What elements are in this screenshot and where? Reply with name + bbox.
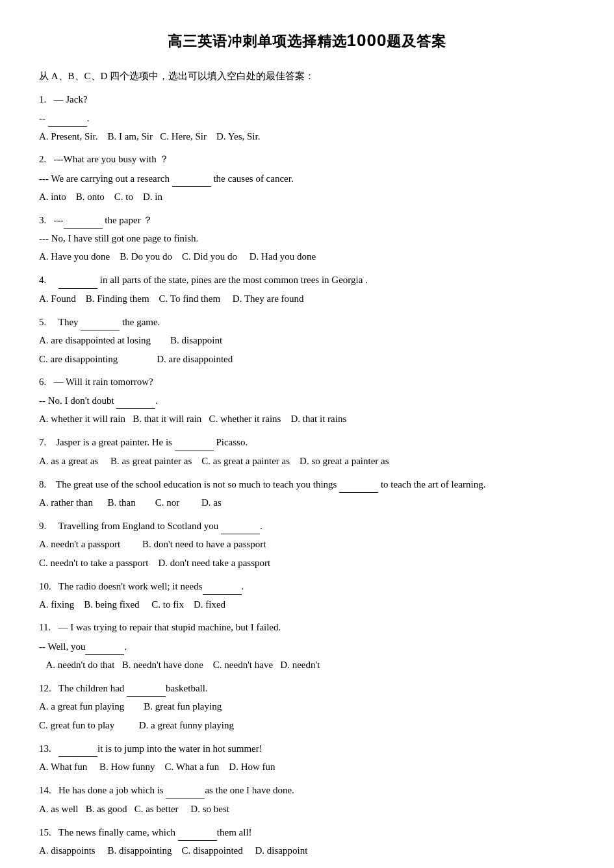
q4-num: 4. <box>39 275 46 285</box>
q5-num: 5. <box>39 317 46 327</box>
q13-stem: it is to jump into the water in hot summ… <box>58 743 262 754</box>
q9-options-b: C. needn't to take a passport D. don't n… <box>39 554 575 572</box>
q14-stem: He has done a job which is as the one I … <box>58 785 294 795</box>
question-2: 2. ---What are you busy with ？ --- We ar… <box>39 151 575 206</box>
question-1: 1. — Jack? -- . A. Present, Sir. B. I am… <box>39 91 575 146</box>
title-num: 1000 <box>347 31 387 50</box>
q8-num: 8. <box>39 479 46 490</box>
q1-num: 1. <box>39 94 46 105</box>
q3-stem: --- the paper ？ <box>54 215 153 225</box>
q8-options: A. rather than B. than C. nor D. as <box>39 494 575 512</box>
q13-num: 13. <box>39 743 51 754</box>
title-main: 高三英语冲刺单项选择精选 <box>168 33 347 49</box>
q14-options: A. as well B. as good C. as better D. so… <box>39 800 575 818</box>
q15-stem: The news finally came, which them all! <box>58 827 252 837</box>
q1-options: A. Present, Sir. B. I am, Sir C. Here, S… <box>39 128 575 145</box>
q10-options: A. fixing B. being fixed C. to fix D. fi… <box>39 596 575 614</box>
q11-num: 11. <box>39 622 51 632</box>
q1-cont: -- . <box>39 113 90 123</box>
question-10: 10. The radio doesn't work well; it need… <box>39 577 575 614</box>
q10-num: 10. <box>39 581 51 591</box>
q7-num: 7. <box>39 437 46 447</box>
title-suffix: 题及答案 <box>387 33 446 49</box>
page-title: 高三英语冲刺单项选择精选1000题及答案 <box>39 26 575 56</box>
q5-options-b: C. are disappointing D. are disappointed <box>39 351 575 368</box>
q12-options-a: A. a great fun playing B. great fun play… <box>39 698 575 715</box>
q3-options: A. Have you done B. Do you do C. Did you… <box>39 248 575 266</box>
q13-options: A. What fun B. How funny C. What a fun D… <box>39 758 575 776</box>
q3-num: 3. <box>39 215 46 225</box>
q9-options-a: A. needn't a passport B. don't need to h… <box>39 536 575 553</box>
q4-stem: in all parts of the state, pines are the… <box>58 275 368 285</box>
q2-stem: ---What are you busy with ？ <box>54 154 169 164</box>
q10-stem: The radio doesn't work well; it needs . <box>58 581 244 591</box>
q12-num: 12. <box>39 683 51 693</box>
q6-options: A. whether it will rain B. that it will … <box>39 410 575 428</box>
question-15: 15. The news finally came, which them al… <box>39 823 575 860</box>
question-3: 3. --- the paper ？ --- No, I have still … <box>39 211 575 266</box>
q1-stem: — Jack? <box>54 94 88 105</box>
q3-cont: --- No, I have still got one page to fin… <box>39 233 198 243</box>
question-4: 4. in all parts of the state, pines are … <box>39 271 575 307</box>
question-14: 14. He has done a job which is as the on… <box>39 781 575 817</box>
q2-cont: --- We are carrying out a research the c… <box>39 173 294 184</box>
q2-options: A. into B. onto C. to D. in <box>39 188 575 206</box>
q6-stem: — Will it rain tomorrow? <box>54 377 153 387</box>
instruction: 从 A、B、C、D 四个选项中，选出可以填入空白处的最佳答案： <box>39 68 575 84</box>
q11-cont: -- Well, you . <box>39 641 127 652</box>
q9-stem: Travelling from England to Scotland you … <box>58 521 262 531</box>
q15-options: A. disappoints B. disappointing C. disap… <box>39 842 575 860</box>
q11-options: A. needn't do that B. needn't have done … <box>39 656 575 674</box>
q7-stem: Jasper is a great painter. He is Picasso… <box>56 437 248 447</box>
question-5: 5. They the game. A. are disappointed at… <box>39 313 575 368</box>
question-6: 6. — Will it rain tomorrow? -- No. I don… <box>39 373 575 428</box>
q12-stem: The children had basketball. <box>58 683 208 693</box>
q8-stem: The great use of the school education is… <box>56 479 486 490</box>
q7-options: A. as a great as B. as great painter as … <box>39 453 575 470</box>
answer-line: AAAAA BCDBA CBABC <box>39 865 575 868</box>
q4-options: A. Found B. Finding them C. To find them… <box>39 290 575 308</box>
q2-num: 2. <box>39 154 46 164</box>
q6-cont: -- No. I don't doubt . <box>39 395 158 406</box>
question-7: 7. Jasper is a great painter. He is Pica… <box>39 433 575 469</box>
question-13: 13. it is to jump into the water in hot … <box>39 739 575 776</box>
question-11: 11. — I was trying to repair that stupid… <box>39 619 575 674</box>
q9-num: 9. <box>39 521 46 531</box>
question-12: 12. The children had basketball. A. a gr… <box>39 679 575 734</box>
q5-options-a: A. are disappointed at losing B. disappo… <box>39 332 575 349</box>
question-8: 8. The great use of the school education… <box>39 475 575 512</box>
q11-stem: — I was trying to repair that stupid mac… <box>58 622 281 632</box>
q12-options-b: C. great fun to play D. a great funny pl… <box>39 717 575 734</box>
q14-num: 14. <box>39 785 51 795</box>
q15-num: 15. <box>39 827 51 837</box>
q5-stem: They the game. <box>58 317 160 327</box>
q6-num: 6. <box>39 377 46 387</box>
question-9: 9. Travelling from England to Scotland y… <box>39 517 575 572</box>
